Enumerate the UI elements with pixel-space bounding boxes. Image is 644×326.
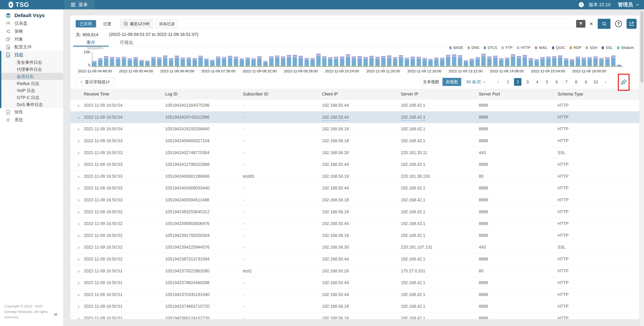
show-field-stats-button[interactable]: 显示字段统计 (76, 78, 114, 86)
sidebar-subitem[interactable]: 代理事件日志 (1, 66, 63, 73)
bar-segment-base (169, 60, 173, 66)
table-row[interactable]: 2022-11-09 16:50:531051942400601286656te… (70, 171, 639, 182)
ip-link[interactable]: 192.168.50.44 (322, 115, 349, 121)
clear-filter-button[interactable]: × (590, 21, 593, 27)
table-row[interactable]: 2022-11-09 16:50:521051942394225944576-1… (70, 241, 639, 253)
page-next-button[interactable]: › (602, 79, 610, 85)
sidebar-item-6[interactable]: 系统 (0, 116, 63, 124)
sidebar-collapse-icon[interactable]: « (54, 311, 58, 317)
table-cell: 2022-11-09 16:50:53 (84, 162, 165, 167)
sidebar-item-3[interactable]: 配置文件 (0, 43, 63, 51)
sidebar-subitem[interactable]: Radius 日志 (1, 80, 63, 87)
row-expand-icon[interactable] (70, 103, 84, 108)
vsys-selector[interactable]: Default Vsys (0, 11, 63, 19)
bar-segment-http (522, 55, 527, 57)
page-button-8[interactable]: 8 (572, 78, 580, 86)
page-size-select[interactable]: 50 条/页 (466, 79, 486, 85)
chevron-right-icon (77, 258, 80, 261)
page-button-9[interactable]: 9 (582, 78, 590, 86)
table-row[interactable]: 2022-11-09 16:50:521051942395803006976-1… (70, 218, 639, 230)
sidebar-subitem[interactable]: 安全事件日志 (1, 59, 63, 66)
table-row[interactable]: 2022-11-09 16:50:521051942383253645312-1… (70, 206, 639, 218)
row-expand-icon[interactable] (70, 269, 84, 273)
add-filter-button[interactable]: 添加过滤 (156, 20, 178, 28)
table-row[interactable]: 2022-11-09 16:50:511051942366124107776-1… (70, 313, 639, 319)
row-expand-icon[interactable] (70, 292, 84, 297)
pin-button[interactable] (620, 79, 628, 86)
search-button[interactable] (598, 19, 610, 29)
table-row[interactable]: 2022-11-09 16:50:511051942378824460288-1… (70, 277, 639, 289)
table-row[interactable]: 2022-11-09 16:50:531051942412798322688-1… (70, 159, 639, 171)
info-icon[interactable]: i (579, 2, 584, 7)
state-closed-button[interactable]: 已关闭 (76, 20, 96, 27)
row-expand-icon[interactable] (70, 186, 84, 190)
table-row[interactable]: 2022-11-09 16:50:511051942370335191040-1… (70, 289, 639, 301)
row-expand-icon[interactable] (70, 174, 84, 179)
table-row[interactable]: 2022-11-09 16:50:521051942387313731584-1… (70, 253, 639, 265)
page-button-7[interactable]: 7 (563, 78, 570, 86)
sidebar-subitem[interactable]: GTP-C 日志 (1, 94, 63, 101)
page-button-5[interactable]: 5 (543, 78, 550, 86)
sidebar-item-2[interactable]: 对象 (0, 35, 63, 43)
table-row[interactable]: 2022-11-09 16:50:541051942418150256640-1… (70, 123, 639, 135)
page-button-3[interactable]: 3 (524, 78, 531, 86)
table-row[interactable]: 2022-11-09 16:50:531051942400584511488-1… (70, 194, 639, 206)
page-button-1[interactable]: 1 (504, 78, 512, 86)
state-transition-button[interactable]: 过渡 (101, 21, 114, 26)
help-button[interactable]: ? (615, 20, 622, 27)
row-expand-icon[interactable] (70, 126, 84, 131)
row-expand-icon[interactable] (70, 198, 84, 202)
row-expand-icon[interactable] (70, 280, 84, 285)
row-expand-icon[interactable] (70, 115, 84, 120)
row-expand-icon[interactable] (70, 162, 84, 167)
text-view-button[interactable]: 文本视图 (420, 78, 442, 86)
page-scrollbar[interactable] (640, 9, 644, 326)
table-row[interactable]: 2022-11-09 16:50:531051942409409327104-1… (70, 135, 639, 147)
sidebar-item-0[interactable]: 仪表盘 (0, 19, 63, 27)
filter-input-box[interactable]: 最近12小时 添加过滤 × (120, 19, 610, 29)
table-cell: 8888 (479, 103, 558, 108)
page-button-10[interactable]: 10 (592, 78, 599, 86)
table-row[interactable]: 2022-11-09 16:50:541051942421304375296-1… (70, 99, 639, 111)
table-view-button[interactable]: 表视图 (442, 78, 461, 86)
chart-bar (246, 57, 250, 66)
table-row[interactable]: 2022-11-09 16:50:541051942429743312896-1… (70, 111, 639, 123)
table-row[interactable]: 2022-11-09 16:50:521051942391793250304-1… (70, 230, 639, 242)
export-button[interactable] (626, 19, 636, 29)
sidebar-subitem[interactable]: VoIP 日志 (1, 87, 63, 94)
table-row[interactable]: 2022-11-09 16:50:511051942373522862080te… (70, 265, 639, 277)
row-expand-icon[interactable] (70, 245, 84, 250)
row-expand-icon[interactable] (70, 150, 84, 155)
sidebar-item-5[interactable]: 报告 (0, 108, 63, 116)
table-cell: 1051942366124107776 (165, 316, 243, 319)
app-logo[interactable]: TSG (9, 1, 29, 8)
page-button-2[interactable]: 2 (514, 78, 522, 86)
chevron-right-icon (77, 270, 80, 273)
row-expand-icon[interactable] (70, 221, 84, 226)
table-cell: HTTP (558, 198, 639, 202)
sidebar-item-1[interactable]: 策略 (0, 27, 63, 35)
admin-menu[interactable]: 管理员 (618, 1, 640, 8)
page-button-4[interactable]: 4 (534, 78, 541, 86)
row-expand-icon[interactable] (70, 233, 84, 238)
row-expand-icon[interactable] (70, 138, 84, 143)
table-cell: 8888 (479, 280, 558, 285)
table-row[interactable]: 2022-11-09 16:50:511051942374663710720-1… (70, 301, 639, 313)
sidebar-subitem[interactable]: DoS 事件日志 (1, 101, 63, 108)
table-row[interactable]: 2022-11-09 16:50:531051942404309053440-1… (70, 182, 639, 194)
filter-funnel-button[interactable] (576, 20, 586, 28)
page-prev-button[interactable]: ‹ (494, 79, 502, 85)
sidebar-subitem[interactable]: 会话日志 (1, 73, 63, 80)
menu-button[interactable]: 菜单 (64, 0, 94, 9)
time-range-chip[interactable]: 最近12小时 (120, 19, 153, 28)
ip-link[interactable]: 192.168.42.1 (401, 115, 425, 121)
row-expand-icon[interactable] (70, 304, 84, 309)
table-cell: 192.168.42.1 (401, 103, 479, 108)
row-expand-icon[interactable] (70, 257, 84, 262)
table-row[interactable]: 2022-11-09 16:50:531051942402748770304-1… (70, 147, 639, 159)
page-button-6[interactable]: 6 (553, 78, 560, 86)
row-expand-icon[interactable] (70, 316, 84, 319)
sidebar-item-4[interactable]: LOG日志 (1, 51, 63, 59)
scrollbar-thumb[interactable] (640, 11, 643, 83)
row-expand-icon[interactable] (70, 209, 84, 214)
